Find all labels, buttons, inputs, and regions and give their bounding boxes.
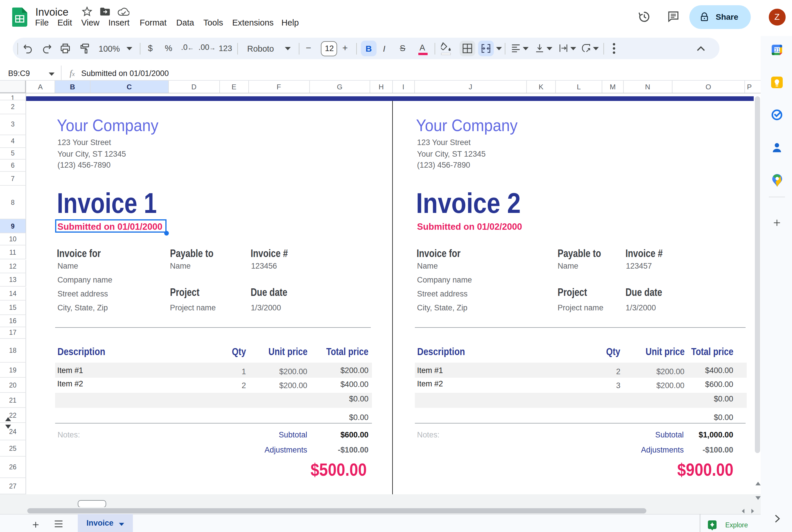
svg-text:31: 31 [774, 47, 779, 53]
